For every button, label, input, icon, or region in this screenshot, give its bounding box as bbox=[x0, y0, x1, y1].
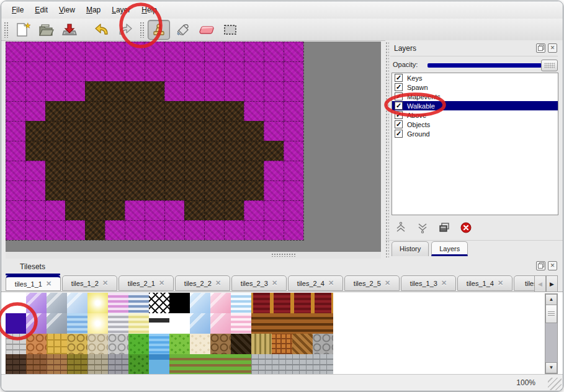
tileset-tab-tiles_1_4[interactable]: tiles_1_4✕ bbox=[457, 275, 513, 291]
map-tile[interactable] bbox=[85, 101, 105, 121]
tileset-tile-grass[interactable] bbox=[128, 334, 149, 354]
tileset-tile-wood[interactable] bbox=[272, 313, 292, 334]
scroll-tabs-right-icon[interactable]: ▶ bbox=[546, 275, 558, 292]
tileset-tab-tiles_2_3[interactable]: tiles_2_3✕ bbox=[231, 275, 287, 291]
opacity-slider[interactable] bbox=[427, 63, 542, 68]
tileset-tile-stripeYellow[interactable] bbox=[128, 313, 149, 334]
opacity-slider-handle[interactable] bbox=[541, 60, 558, 71]
map-tile[interactable] bbox=[125, 81, 145, 101]
map-tile[interactable] bbox=[264, 200, 284, 220]
map-tile[interactable] bbox=[244, 101, 264, 121]
tileset-tile-glassPurpleSm[interactable] bbox=[26, 313, 47, 334]
scrollbar-thumb[interactable] bbox=[545, 305, 557, 323]
map-tile[interactable] bbox=[125, 121, 145, 141]
map-tile[interactable] bbox=[164, 61, 184, 81]
map-tile[interactable] bbox=[204, 200, 224, 220]
map-tile[interactable] bbox=[6, 220, 25, 240]
map-tile[interactable] bbox=[184, 61, 204, 81]
map-tile[interactable] bbox=[45, 180, 65, 200]
map-tile[interactable] bbox=[45, 200, 65, 220]
tileset-tile-darkWood[interactable] bbox=[231, 334, 251, 354]
tileset-tile-hedge[interactable] bbox=[128, 354, 149, 375]
map-tile[interactable] bbox=[284, 61, 303, 81]
map-tile[interactable] bbox=[25, 121, 45, 141]
map-tile[interactable] bbox=[85, 121, 105, 141]
tileset-tile-stoneBlocks[interactable] bbox=[6, 334, 26, 354]
tileset-tile-glassGray[interactable] bbox=[47, 293, 67, 313]
map-tile[interactable] bbox=[145, 121, 164, 141]
map-tile[interactable] bbox=[6, 81, 25, 101]
tileset-tile-sand[interactable] bbox=[190, 334, 210, 354]
tileset-tile-curtain[interactable] bbox=[251, 293, 272, 313]
map-tile[interactable] bbox=[125, 61, 145, 81]
map-tile[interactable] bbox=[164, 161, 184, 180]
tileset-scrollbar[interactable]: ▲ ▼ bbox=[545, 293, 558, 374]
map-tile[interactable] bbox=[85, 200, 105, 220]
map-tile[interactable] bbox=[65, 81, 85, 101]
tileset-tile-blueSm[interactable] bbox=[190, 313, 210, 334]
map-tile[interactable] bbox=[145, 220, 164, 240]
tileset-tile-brickTan[interactable] bbox=[47, 354, 67, 375]
tileset-tile-indigo[interactable] bbox=[6, 313, 26, 334]
layer-row-mapevents[interactable]: ✓ Mapevents bbox=[392, 92, 558, 101]
tab-close-icon[interactable]: ✕ bbox=[46, 280, 51, 288]
map-tile[interactable] bbox=[65, 121, 85, 141]
layer-row-above[interactable]: ✓ Above bbox=[392, 110, 558, 120]
tileset-tile-glassBlue[interactable] bbox=[67, 293, 87, 313]
map-tile[interactable] bbox=[284, 121, 303, 141]
map-tile[interactable] bbox=[184, 180, 204, 200]
tab-layers[interactable]: Layers bbox=[431, 241, 468, 256]
redo-button[interactable] bbox=[115, 20, 136, 39]
map-tile[interactable] bbox=[6, 61, 25, 81]
tileset-tab-tiles_2_5[interactable]: tiles_2_5✕ bbox=[344, 275, 400, 291]
tileset-tab-tiles_1_1[interactable]: tiles_1_1✕ bbox=[6, 275, 61, 291]
tileset-tile-basket[interactable] bbox=[272, 334, 292, 354]
map-tile[interactable] bbox=[184, 81, 204, 101]
tileset-tile-lattice[interactable] bbox=[149, 293, 169, 313]
tileset-tile-stripePink[interactable] bbox=[108, 293, 128, 313]
map-tile[interactable] bbox=[284, 81, 303, 101]
map-tile[interactable] bbox=[45, 101, 65, 121]
map-tile[interactable] bbox=[284, 220, 303, 240]
map-tile[interactable] bbox=[25, 42, 45, 61]
save-map-button[interactable] bbox=[59, 20, 80, 39]
tileset-tab-tiles_2_4[interactable]: tiles_2_4✕ bbox=[288, 275, 343, 291]
tileset-tile-wood[interactable] bbox=[292, 313, 313, 334]
tileset-tile-grassRows[interactable] bbox=[190, 354, 210, 375]
map-tile[interactable] bbox=[184, 200, 204, 220]
map-tile[interactable] bbox=[105, 180, 125, 200]
map-tile[interactable] bbox=[204, 220, 224, 240]
tileset-tile-dirtPebbles[interactable] bbox=[210, 334, 231, 354]
map-tile[interactable] bbox=[65, 220, 85, 240]
map-tile[interactable] bbox=[105, 200, 125, 220]
map-tile[interactable] bbox=[145, 141, 164, 161]
close-panel-icon[interactable]: ✕ bbox=[548, 261, 557, 270]
map-tile[interactable] bbox=[65, 42, 85, 61]
select-tool-button[interactable] bbox=[220, 20, 241, 39]
checkbox-icon[interactable]: ✓ bbox=[395, 130, 403, 138]
map-tile[interactable] bbox=[125, 161, 145, 180]
map-tile[interactable] bbox=[85, 220, 105, 240]
map-tile[interactable] bbox=[25, 141, 45, 161]
close-panel-icon[interactable]: ✕ bbox=[548, 43, 557, 53]
tileset-tile-plankGray[interactable] bbox=[272, 354, 292, 375]
map-tile[interactable] bbox=[25, 220, 45, 240]
menu-help[interactable]: Help bbox=[136, 3, 163, 17]
map-tile[interactable] bbox=[184, 141, 204, 161]
tileset-tile-plankGray[interactable] bbox=[251, 354, 272, 375]
tab-close-icon[interactable]: ✕ bbox=[102, 279, 108, 287]
tileset-tile-waterSm[interactable] bbox=[67, 313, 87, 334]
map-tile[interactable] bbox=[264, 161, 284, 180]
map-tile[interactable] bbox=[264, 81, 284, 101]
scroll-up-icon[interactable]: ▲ bbox=[545, 294, 557, 305]
menu-edit[interactable]: Edit bbox=[29, 3, 53, 17]
toolbar-drag-handle[interactable] bbox=[140, 22, 144, 38]
map-tile[interactable] bbox=[284, 161, 303, 180]
tab-close-icon[interactable]: ✕ bbox=[498, 279, 503, 287]
map-tile[interactable] bbox=[65, 101, 85, 121]
map-tile[interactable] bbox=[25, 180, 45, 200]
tileset-tile-grassRows[interactable] bbox=[231, 354, 251, 375]
map-tile[interactable] bbox=[244, 180, 264, 200]
tileset-tile-black[interactable] bbox=[169, 293, 190, 313]
map-tile[interactable] bbox=[244, 42, 264, 61]
